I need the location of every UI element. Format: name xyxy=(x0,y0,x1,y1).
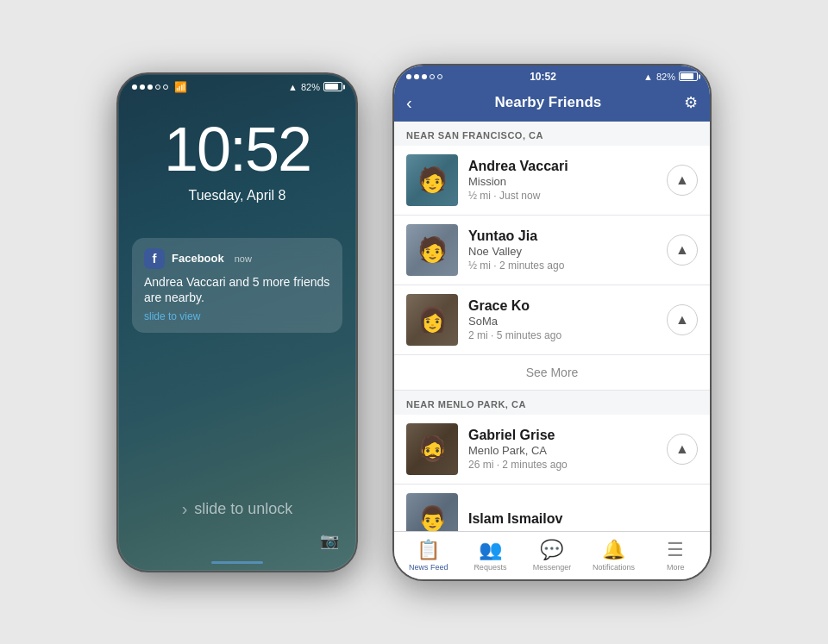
signal-dots xyxy=(132,84,168,90)
app-battery-body xyxy=(679,72,698,81)
lock-status-bar: 📶 ▲ 82% xyxy=(118,74,356,97)
tab-bar: 📋 News Feed 👥 Requests 💬 Messenger 🔔 Not… xyxy=(394,531,710,579)
lock-screen-phone: 📶 ▲ 82% 10:52 Tuesday, April 8 f Faceboo… xyxy=(116,72,358,572)
app-signal-arrow: ▲ xyxy=(643,72,653,82)
navigate-icon-gabriel: ▲ xyxy=(675,441,689,457)
avatar-gabriel: 🧔 xyxy=(406,423,458,475)
lock-right-status: ▲ 82% xyxy=(288,82,342,92)
friend-meta-grace: 2 mi · 5 minutes ago xyxy=(468,329,656,341)
friend-name-yuntao: Yuntao Jia xyxy=(468,228,656,244)
app-status-time: 10:52 xyxy=(530,71,556,83)
app-right-status: ▲ 82% xyxy=(643,72,698,82)
friend-row-gabriel: 🧔 Gabriel Grise Menlo Park, CA 26 mi · 2… xyxy=(394,415,710,485)
friend-row-andrea: 🧑 Andrea Vaccari Mission ½ mi · Just now… xyxy=(394,146,710,216)
see-more-sf[interactable]: See More xyxy=(394,355,710,391)
tab-news-feed[interactable]: 📋 News Feed xyxy=(398,535,460,575)
friend-info-gabriel: Gabriel Grise Menlo Park, CA 26 mi · 2 m… xyxy=(468,428,656,471)
news-feed-icon: 📋 xyxy=(417,539,440,561)
friend-meta-gabriel: 26 mi · 2 minutes ago xyxy=(468,459,656,471)
notification-time: now xyxy=(235,253,252,264)
slide-to-unlock: › slide to unlock xyxy=(118,499,356,519)
requests-label: Requests xyxy=(474,563,506,572)
dot-4 xyxy=(155,84,160,90)
tab-requests[interactable]: 👥 Requests xyxy=(460,535,522,575)
avatar-yuntao: 🧑 xyxy=(406,224,458,276)
navigate-icon-andrea: ▲ xyxy=(675,172,689,188)
friend-row-yuntao: 🧑 Yuntao Jia Noe Valley ½ mi · 2 minutes… xyxy=(394,216,710,285)
facebook-app-phone: 10:52 ▲ 82% ‹ Nearby Friends ⚙ NEAR SAN … xyxy=(392,64,712,581)
slide-to-view: slide to view xyxy=(144,310,330,322)
dot-3 xyxy=(147,84,153,90)
friend-location-andrea: Mission xyxy=(468,175,656,188)
more-label: More xyxy=(667,563,685,572)
friend-name-grace: Grace Ko xyxy=(468,298,656,314)
friend-name-andrea: Andrea Vaccari xyxy=(468,159,656,174)
notification-card: f Facebook now Andrea Vaccari and 5 more… xyxy=(132,238,342,333)
friend-row-grace: 👩 Grace Ko SoMa 2 mi · 5 minutes ago ▲ xyxy=(394,285,710,355)
friend-meta-andrea: ½ mi · Just now xyxy=(468,190,656,202)
app-signal-dots xyxy=(406,74,442,79)
navigate-btn-grace[interactable]: ▲ xyxy=(667,304,698,335)
dot-2 xyxy=(140,84,145,90)
requests-icon: 👥 xyxy=(479,539,502,561)
news-feed-label: News Feed xyxy=(409,563,448,572)
battery-percent: 82% xyxy=(301,82,320,92)
tab-more[interactable]: ☰ More xyxy=(644,535,706,575)
home-indicator xyxy=(211,561,263,564)
notifications-icon: 🔔 xyxy=(602,539,625,561)
signal-arrow-icon: ▲ xyxy=(288,82,298,92)
section-header-mp: NEAR MENLO PARK, CA xyxy=(394,391,710,415)
avatar-andrea: 🧑 xyxy=(406,154,458,206)
settings-button[interactable]: ⚙ xyxy=(684,93,698,112)
navigate-btn-gabriel[interactable]: ▲ xyxy=(667,434,698,465)
app-dot-3 xyxy=(422,74,427,79)
friend-info-islam: Islam Ismailov xyxy=(468,511,698,527)
app-dot-5 xyxy=(437,74,442,79)
dot-5 xyxy=(163,84,168,90)
app-dot-2 xyxy=(414,74,419,79)
notification-body: Andrea Vaccari and 5 more friends are ne… xyxy=(144,274,330,305)
friend-name-islam: Islam Ismailov xyxy=(468,511,698,527)
notifications-label: Notifications xyxy=(593,563,635,572)
lock-date: Tuesday, April 8 xyxy=(189,188,286,203)
app-status-bar: 10:52 ▲ 82% xyxy=(394,66,710,86)
lock-time: 10:52 xyxy=(164,114,310,184)
app-battery-percent: 82% xyxy=(656,72,675,82)
avatar-grace: 👩 xyxy=(406,294,458,346)
friend-meta-yuntao: ½ mi · 2 minutes ago xyxy=(468,259,656,272)
tab-notifications[interactable]: 🔔 Notifications xyxy=(583,535,645,575)
camera-icon: 📷 xyxy=(320,531,339,550)
notification-header: f Facebook now xyxy=(144,248,330,269)
app-battery-icon xyxy=(679,72,698,81)
chevron-icon: › xyxy=(182,499,188,519)
tab-messenger[interactable]: 💬 Messenger xyxy=(521,535,583,575)
navigate-btn-andrea[interactable]: ▲ xyxy=(667,165,698,196)
messenger-label: Messenger xyxy=(533,563,572,572)
app-name: Facebook xyxy=(172,252,224,265)
avatar-islam: 👨 xyxy=(406,493,458,531)
battery-fill xyxy=(325,84,338,90)
wifi-icon: 📶 xyxy=(174,81,187,93)
friend-location-yuntao: Noe Valley xyxy=(468,245,656,258)
app-dot-1 xyxy=(406,74,411,79)
app-content: NEAR SAN FRANCISCO, CA 🧑 Andrea Vaccari … xyxy=(394,122,710,531)
battery-body xyxy=(323,82,342,91)
navigate-btn-yuntao[interactable]: ▲ xyxy=(667,234,698,266)
friend-location-grace: SoMa xyxy=(468,315,656,328)
back-button[interactable]: ‹ xyxy=(406,93,412,113)
section-header-sf: NEAR SAN FRANCISCO, CA xyxy=(394,122,710,146)
navigation-bar: ‹ Nearby Friends ⚙ xyxy=(394,86,710,122)
messenger-icon: 💬 xyxy=(540,539,563,561)
friend-info-andrea: Andrea Vaccari Mission ½ mi · Just now xyxy=(468,159,656,202)
friend-info-grace: Grace Ko SoMa 2 mi · 5 minutes ago xyxy=(468,298,656,341)
navigate-icon-yuntao: ▲ xyxy=(675,242,689,258)
battery-icon xyxy=(323,82,342,91)
app-battery-fill xyxy=(681,73,693,79)
slide-unlock-label: slide to unlock xyxy=(194,500,292,518)
app-dot-4 xyxy=(430,74,435,79)
dot-1 xyxy=(132,84,137,90)
friend-info-yuntao: Yuntao Jia Noe Valley ½ mi · 2 minutes a… xyxy=(468,228,656,272)
friend-row-islam: 👨 Islam Ismailov xyxy=(394,485,710,531)
friend-location-gabriel: Menlo Park, CA xyxy=(468,444,656,457)
more-icon: ☰ xyxy=(667,539,684,561)
